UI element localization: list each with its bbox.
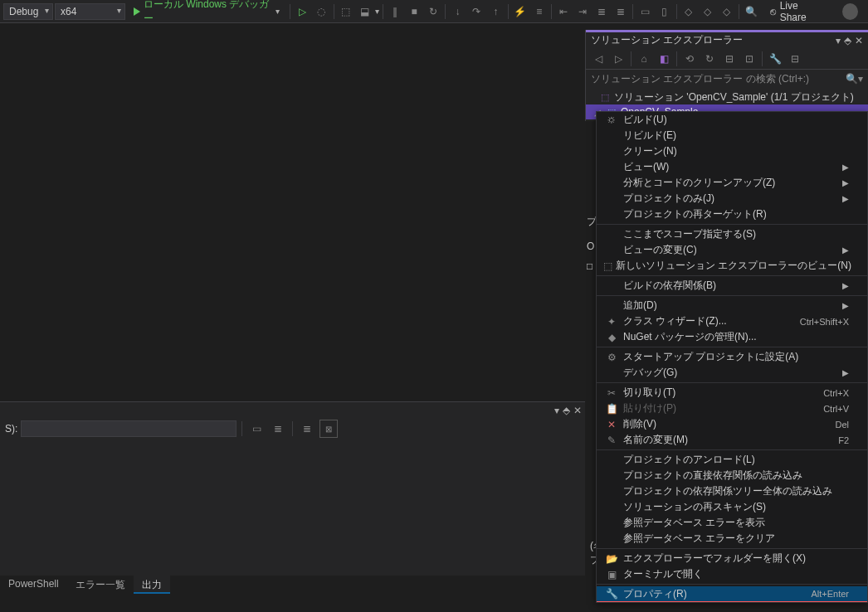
- separator: [508, 4, 509, 19]
- context-menu-item[interactable]: ⚙スタートアップ プロジェクトに設定(A): [597, 349, 867, 365]
- bookmark-icon[interactable]: ◇: [699, 2, 716, 21]
- step-icon[interactable]: ⬚: [337, 2, 354, 21]
- comment-icon[interactable]: ▭: [636, 2, 654, 21]
- context-menu-item[interactable]: プロジェクトの再ターゲット(R): [597, 206, 867, 222]
- gear-icon: ⚙: [603, 352, 620, 363]
- context-menu-item[interactable]: 参照データベース エラーをクリア: [597, 531, 867, 546]
- submenu-arrow-icon: ▶: [842, 163, 849, 172]
- step-into-icon[interactable]: ↓: [449, 2, 466, 21]
- close-icon[interactable]: ✕: [855, 35, 863, 46]
- separator: [597, 584, 867, 585]
- separator: [290, 4, 290, 19]
- step-over-icon[interactable]: ↷: [468, 2, 485, 21]
- showall-icon[interactable]: ⊡: [740, 50, 758, 68]
- context-menu-item[interactable]: ⛭ビルド(U): [597, 112, 867, 128]
- user-avatar[interactable]: [842, 3, 858, 20]
- wizard-icon: ✦: [603, 316, 620, 328]
- outdent-icon[interactable]: ⇥: [574, 2, 592, 21]
- submenu-arrow-icon: ▶: [842, 368, 849, 377]
- config-dropdown[interactable]: Debug: [3, 3, 53, 20]
- close-icon[interactable]: ✕: [573, 405, 582, 416]
- context-menu-item[interactable]: ◆NuGet パッケージの管理(N)...: [597, 329, 867, 345]
- restart-icon[interactable]: ↻: [425, 2, 442, 21]
- shortcut-label: Alt+Enter: [811, 589, 849, 599]
- live-share-button[interactable]: ⎋ Live Share: [762, 0, 833, 25]
- context-menu-item[interactable]: デバッグ(G)▶: [597, 365, 867, 381]
- toggle-icon[interactable]: ≣: [269, 420, 287, 438]
- context-menu-item[interactable]: 参照データベース エラーを表示: [597, 515, 867, 531]
- tree-solution-node[interactable]: ⬚ ソリューション 'OpenCV_Sample' (1/1 プロジェクト): [586, 90, 868, 104]
- context-menu-item[interactable]: 🔧プロパティ(R)Alt+Enter: [597, 586, 867, 602]
- context-menu-item[interactable]: ここまでスコープ指定する(S): [597, 226, 867, 242]
- shortcut-label: Ctrl+V: [823, 404, 849, 414]
- separator: [597, 382, 867, 383]
- context-menu-item[interactable]: ✂切り取り(T)Ctrl+X: [597, 385, 867, 401]
- bookmark-icon[interactable]: ◇: [680, 2, 698, 21]
- context-menu-label: 分析とコードのクリーンアップ(Z): [623, 176, 837, 190]
- collapse-icon[interactable]: ⊟: [720, 50, 739, 68]
- tool-icon[interactable]: ≡: [530, 2, 548, 21]
- context-menu-item[interactable]: クリーン(N): [597, 143, 867, 159]
- context-menu-item[interactable]: 追加(D)▶: [597, 298, 867, 313]
- home-icon[interactable]: ⌂: [635, 50, 653, 68]
- list-icon[interactable]: ≣: [612, 2, 629, 21]
- terminal-icon: ▣: [603, 569, 620, 580]
- context-menu-item[interactable]: 分析とコードのクリーンアップ(Z)▶: [597, 175, 867, 191]
- tab-error-list[interactable]: エラー一覧: [67, 576, 134, 594]
- uncomment-icon[interactable]: ▯: [656, 2, 673, 21]
- window-icon[interactable]: ⬓: [356, 2, 373, 21]
- dropdown-icon[interactable]: ▾: [554, 405, 559, 416]
- context-menu-item[interactable]: ✎名前の変更(M)F2: [597, 432, 867, 448]
- context-menu-item[interactable]: ⬚新しいソリューション エクスプローラーのビュー(N): [597, 258, 867, 274]
- wrap-icon[interactable]: ≣: [298, 420, 316, 438]
- cut-icon: ✂: [603, 387, 620, 399]
- submenu-arrow-icon: ▶: [842, 301, 849, 310]
- context-menu-item[interactable]: プロジェクトの依存関係ツリー全体の読み込み: [597, 483, 867, 499]
- target-icon[interactable]: ◌: [313, 2, 330, 21]
- tool-icon[interactable]: ⚡: [512, 2, 529, 21]
- indent-icon[interactable]: ⇤: [555, 2, 573, 21]
- play-outline-icon[interactable]: ▷: [294, 2, 311, 21]
- context-menu-item[interactable]: ✕削除(V)Del: [597, 416, 867, 432]
- pin-icon[interactable]: ⬘: [563, 405, 570, 416]
- clear-icon[interactable]: ▭: [247, 420, 266, 438]
- context-menu-item[interactable]: ビュー(W)▶: [597, 159, 867, 175]
- context-menu-label: 貼り付け(P): [623, 401, 823, 415]
- refresh-icon[interactable]: ↻: [700, 50, 719, 68]
- list-icon[interactable]: ≣: [593, 2, 611, 21]
- project-context-menu: ⛭ビルド(U)リビルド(E)クリーン(N)ビュー(W)▶分析とコードのクリーンア…: [596, 111, 868, 603]
- switch-view-icon[interactable]: ◧: [655, 50, 673, 68]
- step-out-icon[interactable]: ↑: [487, 2, 505, 21]
- submenu-arrow-icon: ▶: [842, 245, 849, 255]
- context-menu-item[interactable]: プロジェクトのみ(J)▶: [597, 191, 867, 206]
- pin-icon[interactable]: ⬘: [844, 35, 851, 46]
- tab-powershell[interactable]: PowerShell: [0, 576, 67, 594]
- context-menu-item[interactable]: ビルドの依存関係(B)▶: [597, 278, 867, 294]
- platform-dropdown[interactable]: x64: [55, 3, 125, 20]
- context-menu-item[interactable]: 📂エクスプローラーでフォルダーを開く(X): [597, 551, 867, 566]
- solution-search-input[interactable]: ソリューション エクスプローラー の検索 (Ctrl+:) 🔍▾: [586, 70, 868, 88]
- context-menu-item[interactable]: プロジェクトの直接依存関係の読み込み: [597, 468, 867, 483]
- bookmark-icon[interactable]: ◇: [718, 2, 735, 21]
- context-menu-label: 新しいソリューション エクスプローラーのビュー(N): [616, 259, 851, 273]
- context-menu-label: プロジェクトのみ(J): [623, 192, 837, 206]
- search-icon[interactable]: 🔍: [743, 2, 760, 21]
- dropdown-icon[interactable]: ▾: [836, 35, 841, 46]
- preview-icon[interactable]: ⊟: [786, 50, 804, 68]
- context-menu-item[interactable]: ✦クラス ウィザード(Z)...Ctrl+Shift+X: [597, 313, 867, 329]
- properties-icon[interactable]: 🔧: [766, 50, 784, 68]
- clear-all-icon[interactable]: ⊠: [319, 420, 338, 438]
- pause-icon[interactable]: ‖: [387, 2, 404, 21]
- context-menu-label: エクスプローラーでフォルダーを開く(X): [623, 551, 849, 566]
- back-icon[interactable]: ◁: [589, 50, 607, 68]
- sync-icon[interactable]: ⟲: [680, 50, 699, 68]
- context-menu-item[interactable]: ビューの変更(C)▶: [597, 242, 867, 258]
- stop-icon[interactable]: ■: [406, 2, 423, 21]
- context-menu-item[interactable]: プロジェクトのアンロード(L): [597, 452, 867, 468]
- context-menu-item[interactable]: ソリューションの再スキャン(S): [597, 499, 867, 515]
- forward-icon[interactable]: ▷: [609, 50, 627, 68]
- tab-output[interactable]: 出力: [134, 576, 170, 594]
- output-source-dropdown[interactable]: [21, 420, 237, 437]
- context-menu-item[interactable]: ▣ターミナルで開く: [597, 566, 867, 582]
- context-menu-item[interactable]: リビルド(E): [597, 128, 867, 143]
